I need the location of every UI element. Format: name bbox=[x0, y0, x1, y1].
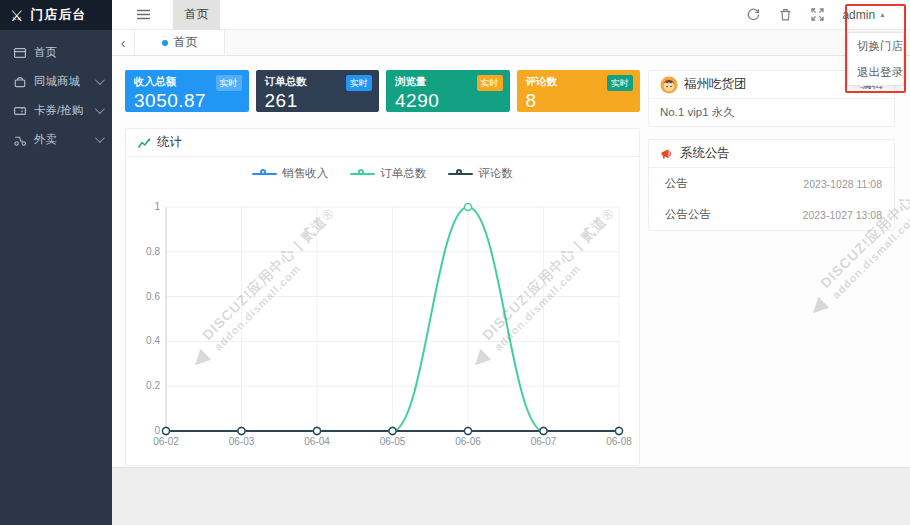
tag-label: 首页 bbox=[174, 34, 198, 51]
collapse-sidebar-icon[interactable] bbox=[136, 8, 151, 21]
svg-text:0.6: 0.6 bbox=[146, 291, 160, 302]
top-nav-tab-home[interactable]: 首页 bbox=[173, 0, 220, 30]
stat-value: 4290 bbox=[395, 90, 501, 112]
stats-row: 收入总额 3050.87 实时 订单总数 261 实时 浏览量 4290 实时 … bbox=[125, 70, 640, 112]
sidebar-item-mall[interactable]: 同城商城 bbox=[0, 67, 112, 96]
top-header: 首页 admin ▲ bbox=[112, 0, 910, 30]
stat-card-income: 收入总额 3050.87 实时 bbox=[125, 70, 249, 112]
realtime-badge: 实时 bbox=[346, 75, 372, 91]
chevron-down-icon bbox=[95, 75, 105, 85]
sidebar-item-label: 外卖 bbox=[34, 132, 95, 147]
legend-marker-icon bbox=[350, 169, 375, 179]
statistics-card-title: 统计 bbox=[157, 134, 182, 151]
sidebar-item-takeout[interactable]: 外卖 bbox=[0, 125, 112, 154]
chevron-left-icon[interactable]: ‹ bbox=[112, 30, 135, 55]
legend-marker-icon bbox=[448, 169, 473, 179]
shop-info: No.1 vip1 永久 bbox=[649, 99, 894, 126]
tag-home[interactable]: 首页 bbox=[135, 30, 225, 55]
megaphone-icon bbox=[660, 147, 674, 161]
svg-text:06-07: 06-07 bbox=[531, 436, 557, 447]
content-right-column: 福州吃货团 编辑 No.1 vip1 永久 系统公告 公告 2023-1028 … bbox=[648, 70, 895, 467]
legend-item[interactable]: 评论数 bbox=[448, 166, 513, 181]
stat-card-views: 浏览量 4290 实时 bbox=[386, 70, 510, 112]
notice-card-title: 系统公告 bbox=[680, 145, 730, 162]
user-dropdown-menu: 切换门店 退出登录 bbox=[847, 32, 904, 86]
stat-value: 3050.87 bbox=[134, 90, 240, 112]
svg-text:0.4: 0.4 bbox=[146, 335, 160, 346]
svg-text:1: 1 bbox=[154, 201, 160, 212]
svg-text:06-05: 06-05 bbox=[380, 436, 406, 447]
sidebar: ⚔ 门店后台 首页 同城商城 卡券/抢购 外卖 bbox=[0, 0, 112, 525]
dropdown-item-logout[interactable]: 退出登录 bbox=[848, 59, 903, 85]
svg-text:06-04: 06-04 bbox=[304, 436, 330, 447]
notice-card-header: 系统公告 bbox=[649, 140, 894, 168]
trend-chart-icon bbox=[137, 136, 151, 150]
svg-text:0.2: 0.2 bbox=[146, 380, 160, 391]
trash-icon[interactable] bbox=[778, 7, 793, 22]
stat-value: 8 bbox=[526, 90, 632, 112]
dashboard-icon bbox=[13, 46, 27, 60]
realtime-badge: 实时 bbox=[477, 75, 503, 91]
realtime-badge: 实时 bbox=[216, 75, 242, 91]
chevron-down-icon bbox=[95, 133, 105, 143]
sidebar-item-label: 首页 bbox=[34, 45, 102, 60]
app-title: 门店后台 bbox=[30, 6, 86, 24]
legend-item[interactable]: 销售收入 bbox=[252, 166, 328, 181]
page-content: 收入总额 3050.87 实时 订单总数 261 实时 浏览量 4290 实时 … bbox=[112, 56, 910, 467]
user-menu-trigger[interactable]: admin ▲ bbox=[842, 8, 886, 22]
stat-card-comments: 评论数 8 实时 bbox=[517, 70, 641, 112]
user-name: admin bbox=[842, 8, 875, 22]
sidebar-item-home[interactable]: 首页 bbox=[0, 38, 112, 67]
dropdown-item-switch-store[interactable]: 切换门店 bbox=[848, 33, 903, 59]
svg-text:0.8: 0.8 bbox=[146, 246, 160, 257]
stat-value: 261 bbox=[265, 90, 371, 112]
content-left-column: 收入总额 3050.87 实时 订单总数 261 实时 浏览量 4290 实时 … bbox=[125, 70, 640, 467]
takeout-scooter-icon bbox=[13, 133, 27, 147]
svg-text:06-08: 06-08 bbox=[606, 436, 632, 447]
shop-name: 福州吃货团 bbox=[684, 76, 854, 93]
crossed-swords-icon: ⚔ bbox=[10, 8, 23, 23]
legend-marker-icon bbox=[252, 169, 277, 179]
sidebar-menu: 首页 同城商城 卡券/抢购 外卖 bbox=[0, 30, 112, 154]
svg-text:06-02: 06-02 bbox=[153, 436, 179, 447]
system-notice-card: 系统公告 公告 2023-1028 11:08 公告公告 2023-1027 1… bbox=[648, 139, 895, 231]
shop-avatar bbox=[660, 76, 678, 94]
statistics-card-header: 统计 bbox=[126, 129, 639, 157]
stats-chart: 06-0206-0306-0406-0506-0606-0706-0800.20… bbox=[130, 185, 635, 457]
active-tag-dot bbox=[162, 40, 168, 46]
legend-item[interactable]: 订单总数 bbox=[350, 166, 426, 181]
sidebar-item-coupon[interactable]: 卡券/抢购 bbox=[0, 96, 112, 125]
mall-bag-icon bbox=[13, 75, 27, 89]
svg-text:06-03: 06-03 bbox=[229, 436, 255, 447]
caret-up-icon: ▲ bbox=[879, 11, 886, 18]
chevron-down-icon bbox=[95, 104, 105, 114]
realtime-badge: 实时 bbox=[607, 75, 633, 91]
main-area: 首页 admin ▲ ‹ 首页 收入总额 3050. bbox=[112, 0, 910, 525]
sidebar-item-label: 卡券/抢购 bbox=[34, 103, 95, 118]
app-logo-bar: ⚔ 门店后台 bbox=[0, 0, 112, 30]
fullscreen-icon[interactable] bbox=[810, 7, 825, 22]
coupon-icon bbox=[13, 104, 27, 118]
svg-text:06-06: 06-06 bbox=[455, 436, 481, 447]
chart-legend: 销售收入 订单总数 评论数 bbox=[126, 166, 639, 181]
notice-item[interactable]: 公告 2023-1028 11:08 bbox=[649, 168, 894, 199]
footer-strip bbox=[112, 467, 910, 525]
tags-bar: ‹ 首页 bbox=[112, 30, 910, 56]
notice-item[interactable]: 公告公告 2023-1027 13:08 bbox=[649, 199, 894, 230]
statistics-card: 统计 销售收入 订单总数 评论数 06-0206 bbox=[125, 128, 640, 466]
svg-text:0: 0 bbox=[154, 425, 160, 436]
sidebar-item-label: 同城商城 bbox=[34, 74, 95, 89]
stat-card-orders: 订单总数 261 实时 bbox=[256, 70, 380, 112]
refresh-icon[interactable] bbox=[746, 7, 761, 22]
